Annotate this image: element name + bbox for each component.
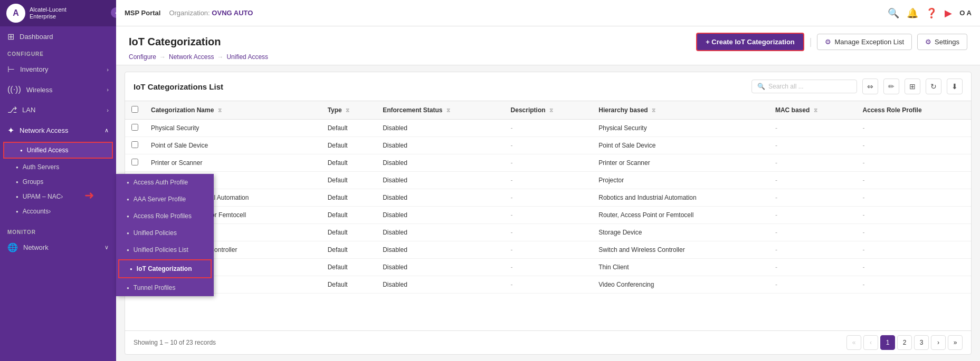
sidebar-network-access-label: Network Access (20, 126, 68, 134)
unified-access-bullet: ● (20, 148, 23, 153)
breadcrumb: Configure → Network Access → Unified Acc… (129, 51, 967, 65)
col-header-name: Categorization Name ⧖ (145, 101, 321, 120)
pagination-page-3[interactable]: 3 (914, 335, 929, 350)
cell-hierarchy-8: Thin Client (592, 259, 769, 276)
settings-button[interactable]: ⚙ Settings (917, 34, 967, 50)
sidebar-item-wireless[interactable]: ((·)) Wireless › (0, 80, 116, 100)
sidebar-accounts-label: Accounts (23, 208, 49, 215)
submenu-item-unified-policies-list[interactable]: ● Unified Policies List (116, 241, 214, 258)
sidebar-item-groups[interactable]: ● Groups (0, 174, 116, 189)
lan-arrow-icon: › (107, 107, 109, 113)
cell-mac-1: - (769, 137, 857, 154)
notification-icon[interactable]: 🔔 (907, 7, 918, 19)
toolbar-edit-btn[interactable]: ✏ (883, 79, 899, 94)
data-table: Categorization Name ⧖ Type ⧖ Enforcement… (125, 101, 971, 330)
pagination-prev-btn[interactable]: ‹ (863, 335, 878, 350)
cell-desc-0: - (505, 120, 593, 137)
submenu-popup: ● Access Auth Profile ● AAA Server Profi… (116, 174, 214, 296)
manage-exception-list-button[interactable]: ⚙ Manage Exception List (817, 34, 912, 50)
table-body: Physical Security Default Disabled - Phy… (125, 120, 971, 294)
table-row: Thin Client Default Disabled - Thin Clie… (125, 259, 971, 276)
filter-icon-name[interactable]: ⧖ (218, 108, 222, 113)
submenu-bullet-6: ● (127, 286, 129, 290)
cell-status-5: Disabled (376, 207, 504, 224)
sidebar-network-label: Network (23, 243, 49, 251)
cell-hierarchy-9: Video Conferencing (592, 276, 769, 294)
sidebar: A Alcatel-Lucent Enterprise ‹ ⊞ Dashboar… (0, 0, 116, 361)
toolbar-download-btn[interactable]: ⬇ (947, 79, 963, 94)
breadcrumb-configure[interactable]: Configure (129, 53, 156, 61)
sidebar-item-upam-nac[interactable]: ● UPAM – NAC › (0, 189, 116, 204)
network-arrow-icon: ∨ (104, 244, 109, 251)
org-name[interactable]: OVNG AUTO (212, 9, 253, 17)
cell-hierarchy-7: Switch and Wireless Controller (592, 241, 769, 259)
user-initials[interactable]: O A (959, 9, 972, 17)
cell-mac-4: - (769, 189, 857, 207)
groups-bullet: ● (16, 180, 18, 184)
select-all-checkbox[interactable] (131, 106, 138, 113)
submenu-item-unified-policies[interactable]: ● Unified Policies (116, 225, 214, 241)
sidebar-wireless-label: Wireless (26, 86, 53, 94)
row-checkbox-2[interactable] (131, 159, 138, 165)
cell-type-5: Default (321, 207, 377, 224)
submenu-item-aaa-server-profile[interactable]: ● AAA Server Profile (116, 191, 214, 208)
cell-status-4: Disabled (376, 189, 504, 207)
row-checkbox-0[interactable] (131, 124, 138, 131)
breadcrumb-unified-access[interactable]: Unified Access (226, 53, 268, 61)
cell-status-1: Disabled (376, 137, 504, 154)
submenu-item-access-auth-profile[interactable]: ● Access Auth Profile (116, 174, 214, 191)
create-iot-categorization-button[interactable]: + Create IoT Categorization (696, 33, 804, 51)
filter-icon-desc[interactable]: ⧖ (549, 108, 553, 113)
pagination-page-2[interactable]: 2 (897, 335, 912, 350)
search-icon: 🔍 (757, 83, 765, 90)
msp-portal-label[interactable]: MSP Portal (125, 9, 160, 17)
cell-type-2: Default (321, 154, 377, 172)
sidebar-item-accounts[interactable]: ● Accounts › (0, 204, 116, 219)
cell-role-5: - (857, 207, 971, 224)
sidebar-item-unified-access[interactable]: ● Unified Access (3, 142, 113, 159)
cell-hierarchy-0: Physical Security (592, 120, 769, 137)
toolbar-columns-btn[interactable]: ⇔ (862, 79, 878, 94)
breadcrumb-network-access[interactable]: Network Access (169, 53, 214, 61)
main-content: MSP Portal Organization: OVNG AUTO 🔍 🔔 ❓… (116, 0, 980, 361)
sidebar-item-inventory[interactable]: ⊢ Inventory › (0, 59, 116, 80)
toolbar-refresh-btn[interactable]: ↻ (926, 79, 941, 94)
submenu-item-access-role-profiles[interactable]: ● Access Role Profiles (116, 208, 214, 225)
pagination-first-btn[interactable]: « (846, 335, 861, 350)
search-box[interactable]: 🔍 Search all ... (751, 80, 857, 93)
sidebar-item-lan[interactable]: ⎇ LAN › (0, 100, 116, 120)
filter-icon-type[interactable]: ⧖ (346, 108, 349, 113)
pagination-page-1[interactable]: 1 (880, 335, 895, 350)
cell-mac-3: - (769, 172, 857, 189)
sidebar-item-network[interactable]: 🌐 Network ∨ (0, 237, 116, 258)
sidebar-item-dashboard[interactable]: ⊞ Dashboard (0, 26, 116, 47)
submenu-item-iot-categorization[interactable]: ● IoT Categorization (118, 259, 212, 278)
submenu-item-tunnel-profiles[interactable]: ● Tunnel Profiles (116, 279, 214, 296)
cell-role-4: - (857, 189, 971, 207)
filter-icon-mac[interactable]: ⧖ (814, 108, 817, 113)
cell-mac-0: - (769, 120, 857, 137)
toolbar-grid-btn[interactable]: ⊞ (905, 79, 920, 94)
help-icon[interactable]: ❓ (926, 7, 937, 19)
table-row: Storage Device Default Disabled - Storag… (125, 224, 971, 241)
cell-type-9: Default (321, 276, 377, 294)
search-topbar-icon[interactable]: 🔍 (888, 7, 899, 19)
pagination-last-btn[interactable]: » (948, 335, 963, 350)
filter-icon-hierarchy[interactable]: ⧖ (652, 108, 655, 113)
auth-servers-bullet: ● (16, 165, 18, 170)
cell-mac-5: - (769, 207, 857, 224)
filter-icon-status[interactable]: ⧖ (446, 108, 450, 113)
pagination-next-btn[interactable]: › (931, 335, 946, 350)
sidebar-item-auth-servers[interactable]: ● Auth Servers (0, 160, 116, 174)
inventory-arrow-icon: › (107, 66, 109, 73)
cell-type-6: Default (321, 224, 377, 241)
row-checkbox-1[interactable] (131, 141, 138, 148)
row-checkbox-cell-1 (125, 137, 145, 154)
cell-role-7: - (857, 241, 971, 259)
youtube-icon[interactable]: ▶ (945, 7, 952, 19)
red-arrow-indicator: ➜ (84, 189, 94, 202)
sidebar-collapse-button[interactable]: ‹ (111, 7, 116, 18)
cell-name-1: Point of Sale Device (145, 137, 321, 154)
sidebar-item-network-access[interactable]: ✦ Network Access ∧ (0, 120, 116, 141)
page-header: IoT Categorization + Create IoT Categori… (116, 26, 980, 65)
